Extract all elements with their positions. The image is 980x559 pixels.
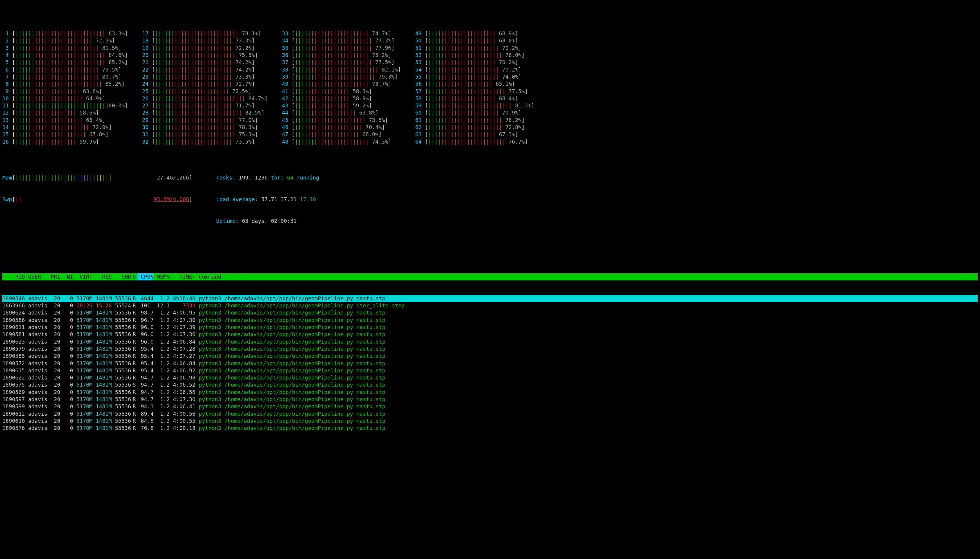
cpu-meter-64: 64 [||||||||||||||||||||||||76.7%] <box>415 138 534 146</box>
cpu-meter-23: 23 [||||||||||||||||||||||||73.3%] <box>142 73 268 80</box>
col-user[interactable]: USER <box>25 273 48 280</box>
cpu-meter-55: 55 [|||||||||||||||||||||| 74.0%] <box>415 73 534 80</box>
cpu-meter-36: 36 [|||||||||||||||||||||||75.2%] <box>282 51 401 59</box>
cpu-meter-7: 7 [||||||||||||||||||||||||||80.7%] <box>2 73 128 80</box>
col-cpu[interactable]: CPU% <box>138 273 154 280</box>
cpu-meter-34: 34 [||||||||||||||||||||||||77.3%] <box>282 37 401 44</box>
cpu-meter-21: 21 [||||||||||||||||||||||||74.2%] <box>142 59 268 66</box>
cpu-meter-17: 17 [||||||||||||||||||||||||||78.1%] <box>142 30 268 37</box>
cpu-meter-24: 24 [||||||||||||||||||||||||72.7%] <box>142 80 268 88</box>
process-row[interactable]: 1890624adavis2005170M1481M55536R98.71.24… <box>2 309 978 316</box>
cpu-meter-14: 14 [|||||||||||||||||||||||72.0%] <box>2 124 128 131</box>
cpu-meter-8: 8 [|||||||||||||||||||||||||||85.2%] <box>2 80 128 88</box>
process-row[interactable]: 1863966adavis20019.2G15.2G55524R101.12.1… <box>2 302 978 309</box>
cpu-meter-51: 51 [|||||||||||||||||||||| 70.2%] <box>415 45 534 51</box>
cpu-meter-28: 28 [|||||||||||||||||||||||||||82.5%] <box>142 109 268 116</box>
cpu-meter-52: 52 [|||||||||||||||||||||||76.0%] <box>415 51 534 59</box>
cpu-meter-5: 5 [||||||||||||||||||||||||||||85.2%] <box>2 59 128 66</box>
process-table-header[interactable]: PID USER PRI NI VIRT RES SHR S CPU% MEM%… <box>2 273 978 280</box>
process-row[interactable]: 1890548adavis2005170M1481M55536R46441.24… <box>2 295 978 302</box>
process-row[interactable]: 1890581adavis2005170M1481M55536R96.01.24… <box>2 331 978 338</box>
cpu-meters: 1 [||||||||||||||||||||||||||||83.3%] 2 … <box>2 30 978 146</box>
cpu-meter-50: 50 [||||||||||||||||||||| 68.0%] <box>415 37 534 44</box>
col-ni[interactable]: NI <box>60 273 73 280</box>
cpu-meter-48: 48 [|||||||||||||||||||||||74.3%] <box>282 138 401 146</box>
load-average: Load average: 57.71 37.21 17.18 <box>216 196 319 203</box>
cpu-meter-15: 15 [|||||||||||||||||||||| 67.8%] <box>2 131 128 138</box>
cpu-meter-27: 27 [||||||||||||||||||||||||71.7%] <box>142 102 268 109</box>
tasks-summary: Tasks: 199, 1286 thr; 64 running <box>216 174 319 181</box>
col-shr[interactable]: SHR <box>112 273 131 280</box>
col-pid[interactable]: PID <box>2 273 25 280</box>
process-row[interactable]: 1890575adavis2005170M1481M55536S94.71.24… <box>2 381 978 389</box>
process-row[interactable]: 1890597adavis2005170M1481M55536R94.71.24… <box>2 396 978 403</box>
cpu-meter-59: 59 [||||||||||||||||||||||||||81.3%] <box>415 102 534 109</box>
col-mem[interactable]: MEM% <box>154 273 169 280</box>
cpu-meter-42: 42 [||||||||||||||||| 58.9%] <box>282 95 401 102</box>
cpu-meter-3: 3 [||||||||||||||||||||||||||81.5%] <box>2 45 128 51</box>
process-row[interactable]: 1890585adavis2005170M1481M55536R95.41.24… <box>2 352 978 360</box>
cpu-meter-22: 22 [||||||||||||||||||||||||74.2%] <box>142 66 268 73</box>
cpu-meter-47: 47 [|||||||||||||||||||| 68.0%] <box>282 131 401 138</box>
cpu-meter-58: 58 [||||||||||||||||||||| 68.4%] <box>415 95 534 102</box>
cpu-meter-18: 18 [||||||||||||||||||||||||73.3%] <box>142 37 268 44</box>
process-row[interactable]: 1890612adavis2005170M1481M55536R89.41.24… <box>2 410 978 417</box>
uptime: Uptime: 63 days, 02:00:31 <box>216 217 319 225</box>
col-time[interactable]: TIME+ <box>169 273 196 280</box>
cpu-meter-2: 2 [||||||||||||||||||||||||72.3%] <box>2 37 128 44</box>
process-row[interactable]: 1890623adavis2005170M1481M55536R96.01.24… <box>2 338 978 346</box>
cpu-meter-43: 43 [||||||||||||||||| 59.2%] <box>282 102 401 109</box>
cpu-meter-38: 38 [||||||||||||||||||||||||||82.1%] <box>282 66 401 73</box>
col-pri[interactable]: PRI <box>48 273 60 280</box>
cpu-meter-4: 4 [||||||||||||||||||||||||||||84.6%] <box>2 51 128 59</box>
cpu-meter-29: 29 [|||||||||||||||||||||||||77.0%] <box>142 117 268 124</box>
process-table[interactable]: 1890548adavis2005170M1481M55536R46441.24… <box>2 295 978 432</box>
cpu-meter-13: 13 [||||||||||||||||||||| 66.4%] <box>2 117 128 124</box>
process-row[interactable]: 1890576adavis2005170M1481M55536R76.81.24… <box>2 425 978 432</box>
process-row[interactable]: 1890622adavis2005170M1481M55536R94.71.24… <box>2 374 978 381</box>
cpu-meter-61: 61 [|||||||||||||||||||||||76.2%] <box>415 117 534 124</box>
cpu-meter-46: 46 [||||||||||||||||||||| 70.4%] <box>282 124 401 131</box>
cpu-meter-19: 19 [||||||||||||||||||||||||72.2%] <box>142 45 268 51</box>
cpu-meter-39: 39 [|||||||||||||||||||||||||79.3%] <box>282 73 401 80</box>
col-res[interactable]: RES <box>92 273 112 280</box>
cpu-meter-20: 20 [|||||||||||||||||||||||||75.5%] <box>142 51 268 59</box>
col-s[interactable]: S <box>131 273 138 280</box>
memory-meter: Mem[|||||||||||||||||||||||||||||| 27.4G… <box>2 174 216 181</box>
cpu-meter-32: 32 [||||||||||||||||||||||||73.5%] <box>142 138 268 146</box>
cpu-meter-62: 62 [|||||||||||||||||||||||72.8%] <box>415 124 534 131</box>
cpu-meter-63: 63 [||||||||||||||||||||| 67.3%] <box>415 131 534 138</box>
process-row[interactable]: 1890615adavis2005170M1481M55536R95.41.24… <box>2 367 978 374</box>
cpu-meter-54: 54 [|||||||||||||||||||||| 70.2%] <box>415 66 534 73</box>
cpu-meter-60: 60 [|||||||||||||||||||||| 70.9%] <box>415 109 534 116</box>
cpu-meter-49: 49 [||||||||||||||||||||| 68.9%] <box>415 30 534 37</box>
cpu-meter-35: 35 [||||||||||||||||||||||||77.9%] <box>282 45 401 51</box>
swap-meter: Swp[|| 93.8M/4.00G] <box>2 196 216 203</box>
process-row[interactable]: 1890572adavis2005170M1481M55536R95.41.24… <box>2 360 978 367</box>
cpu-meter-31: 31 [|||||||||||||||||||||||||75.3%] <box>142 131 268 138</box>
process-row[interactable]: 1890599adavis2005170M1481M55536R94.11.24… <box>2 403 978 410</box>
process-row[interactable]: 1890610adavis2005170M1481M55536R84.81.24… <box>2 417 978 425</box>
col-virt[interactable]: VIRT <box>73 273 92 280</box>
process-row[interactable]: 1890579adavis2005170M1481M55536R95.41.24… <box>2 346 978 352</box>
cpu-meter-45: 45 [|||||||||||||||||||||| 73.5%] <box>282 117 401 124</box>
cpu-meter-57: 57 [||||||||||||||||||||||||77.5%] <box>415 88 534 95</box>
cpu-meter-40: 40 [|||||||||||||||||||||||73.7%] <box>282 80 401 88</box>
cpu-meter-41: 41 [||||||||||||||||| 58.3%] <box>282 88 401 95</box>
cpu-meter-56: 56 [|||||||||||||||||||| 65.1%] <box>415 80 534 88</box>
cpu-meter-9: 9 [|||||||||||||||||||| 63.8%] <box>2 88 128 95</box>
process-row[interactable]: 1890586adavis2005170M1481M55536R96.71.24… <box>2 317 978 324</box>
cpu-meter-53: 53 [||||||||||||||||||||| 70.2%] <box>415 59 534 66</box>
cpu-meter-33: 33 [|||||||||||||||||||||||74.7%] <box>282 30 401 37</box>
cpu-meter-37: 37 [||||||||||||||||||||||||77.5%] <box>282 59 401 66</box>
cpu-meter-11: 11 [||||||||||||||||||||||||||||100.0%] <box>2 102 128 109</box>
cpu-meter-12: 12 [||||||||||||||||||| 58.6%] <box>2 109 128 116</box>
cpu-meter-16: 16 [||||||||||||||||||| 59.9%] <box>2 138 128 146</box>
cpu-meter-26: 26 [||||||||||||||||||||||||||||84.7%] <box>142 95 268 102</box>
cpu-meter-44: 44 [||||||||||||||||||| 63.8%] <box>282 109 401 116</box>
process-row[interactable]: 1890569adavis2005170M1481M55536R94.71.24… <box>2 389 978 396</box>
process-row[interactable]: 1890611adavis2005170M1481M55536R96.01.24… <box>2 324 978 331</box>
cpu-meter-1: 1 [||||||||||||||||||||||||||||83.3%] <box>2 30 128 37</box>
col-cmd[interactable]: Command <box>196 273 221 280</box>
cpu-meter-10: 10 [||||||||||||||||||||| 64.9%] <box>2 95 128 102</box>
